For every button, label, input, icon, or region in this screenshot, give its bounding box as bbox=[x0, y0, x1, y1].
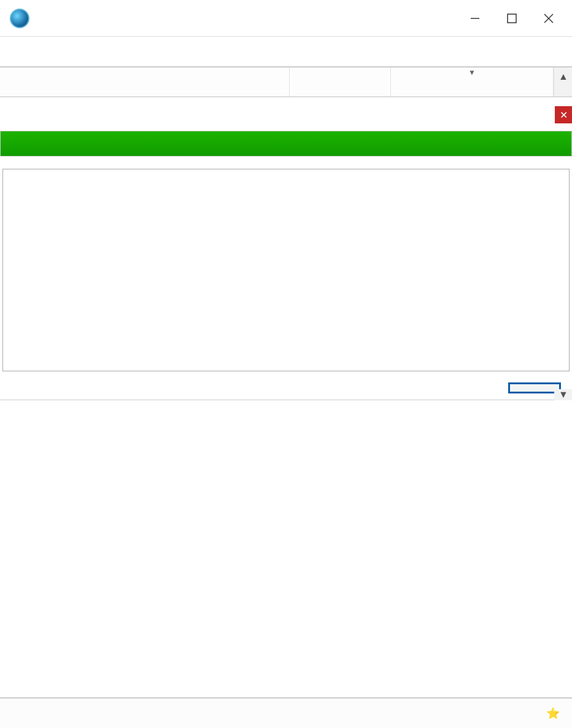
close-icon: ✕ bbox=[560, 109, 568, 121]
col-header-name[interactable] bbox=[0, 68, 290, 96]
menu-action[interactable] bbox=[37, 47, 66, 56]
app-icon bbox=[10, 9, 29, 28]
col-header-size[interactable] bbox=[290, 68, 391, 96]
scan-results-box bbox=[2, 169, 570, 371]
close-icon bbox=[543, 13, 554, 24]
program-list-bottom: ▼ bbox=[0, 400, 572, 400]
scan-status-row: ✕ bbox=[0, 98, 572, 131]
window-controls bbox=[457, 4, 567, 33]
maximize-icon bbox=[506, 13, 517, 24]
progress-bar bbox=[0, 131, 572, 157]
menubar bbox=[0, 37, 572, 68]
dialog-close-button[interactable]: ✕ bbox=[555, 106, 572, 123]
star-icon: ⭐ bbox=[546, 707, 560, 720]
sort-indicator-icon: ▼ bbox=[468, 68, 476, 77]
minimize-icon bbox=[470, 13, 481, 24]
menu-help[interactable] bbox=[96, 47, 125, 56]
progress-fill bbox=[1, 131, 571, 156]
scroll-down-icon: ▼ bbox=[554, 389, 572, 400]
minimize-button[interactable] bbox=[457, 4, 493, 33]
titlebar bbox=[0, 0, 572, 37]
col-header-date[interactable]: ▼ bbox=[391, 68, 554, 96]
cancel-button[interactable] bbox=[508, 382, 561, 393]
menu-file[interactable] bbox=[7, 47, 37, 56]
maximize-button[interactable] bbox=[493, 4, 530, 33]
svg-rect-1 bbox=[508, 14, 516, 23]
scrollbar-top-arrow[interactable]: ▲ bbox=[554, 68, 572, 96]
close-button[interactable] bbox=[530, 4, 567, 33]
menu-view[interactable] bbox=[66, 47, 96, 56]
scan-dialog: ✕ bbox=[0, 97, 572, 400]
dialog-button-row bbox=[0, 378, 572, 400]
statusbar: ⭐ bbox=[0, 697, 572, 728]
scroll-up-icon: ▲ bbox=[554, 68, 572, 86]
column-headers: ▼ ▲ bbox=[0, 68, 572, 97]
